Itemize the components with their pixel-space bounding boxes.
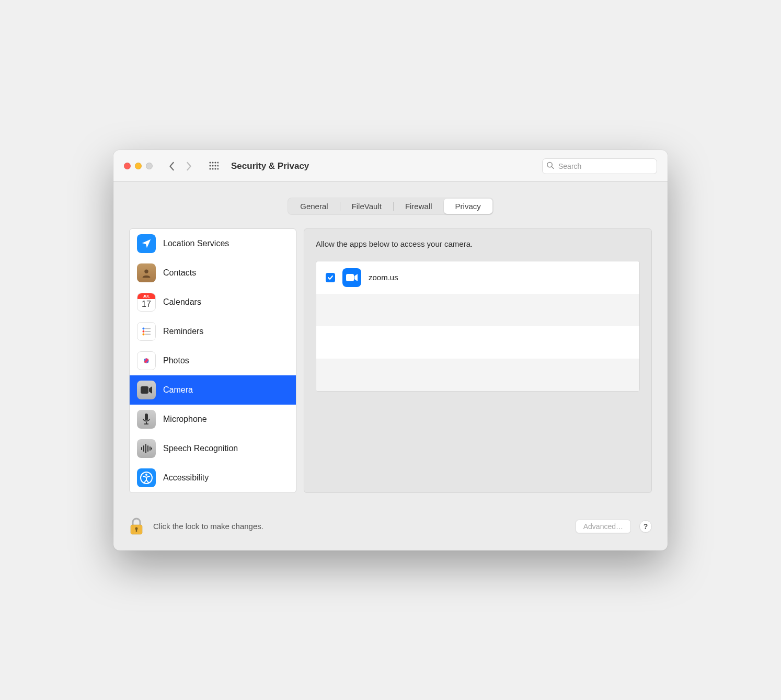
tab-firewall[interactable]: Firewall: [394, 199, 444, 214]
lock-label: Click the lock to make changes.: [153, 522, 263, 531]
tab-privacy[interactable]: Privacy: [444, 199, 492, 214]
svg-point-19: [142, 333, 144, 335]
minimize-window-button[interactable]: [135, 163, 142, 169]
reminders-icon: [137, 322, 156, 341]
sidebar-item-speech-recognition[interactable]: Speech Recognition: [130, 434, 296, 463]
footer: Click the lock to make changes. Advanced…: [113, 506, 668, 550]
sidebar-item-reminders[interactable]: Reminders: [130, 317, 296, 346]
sidebar-item-microphone[interactable]: Microphone: [130, 405, 296, 434]
sidebar-item-camera[interactable]: Camera: [130, 375, 296, 405]
sidebar-item-label: Contacts: [163, 268, 196, 278]
svg-point-10: [214, 168, 216, 169]
zoom-window-button[interactable]: [146, 163, 153, 169]
privacy-sidebar[interactable]: Location Services Contacts JUL 17 Calend…: [129, 228, 296, 493]
calendar-icon: JUL 17: [137, 293, 156, 312]
sidebar-item-location-services[interactable]: Location Services: [130, 229, 296, 258]
back-button[interactable]: [164, 159, 180, 174]
photos-icon: [137, 351, 156, 370]
sidebar-item-contacts[interactable]: Contacts: [130, 258, 296, 288]
zoom-icon: [342, 268, 361, 287]
sidebar-item-label: Location Services: [163, 239, 229, 248]
app-name: zoom.us: [369, 273, 398, 282]
camera-icon: [137, 381, 156, 399]
search-input[interactable]: [542, 158, 657, 174]
nav-buttons: [164, 159, 197, 174]
accessibility-icon: [137, 468, 156, 487]
segmented-control: General FileVault Firewall Privacy: [288, 198, 493, 215]
svg-point-40: [145, 474, 147, 476]
calendar-day: 17: [142, 300, 151, 309]
search-box: [542, 158, 657, 174]
svg-point-11: [217, 168, 219, 169]
svg-rect-29: [141, 386, 148, 394]
svg-rect-41: [346, 274, 354, 281]
titlebar: Security & Privacy: [113, 150, 668, 182]
svg-point-8: [209, 168, 211, 169]
speech-icon: [137, 439, 156, 458]
microphone-icon: [137, 410, 156, 429]
svg-rect-30: [145, 414, 148, 420]
svg-point-2: [214, 162, 216, 163]
body: Location Services Contacts JUL 17 Calend…: [113, 220, 668, 506]
contacts-icon: [137, 263, 156, 282]
sidebar-item-label: Reminders: [163, 327, 203, 336]
sidebar-item-calendars[interactable]: JUL 17 Calendars: [130, 288, 296, 317]
svg-point-3: [217, 162, 219, 163]
app-row-empty: [316, 359, 639, 391]
svg-point-4: [209, 165, 211, 166]
svg-point-7: [217, 165, 219, 166]
svg-point-17: [142, 330, 144, 332]
svg-point-14: [144, 269, 148, 273]
content-header: Allow the apps below to access your came…: [316, 239, 640, 248]
help-button[interactable]: ?: [639, 520, 652, 533]
tab-filevault[interactable]: FileVault: [340, 199, 393, 214]
page-title: Security & Privacy: [231, 161, 309, 171]
app-row-empty: [316, 326, 639, 359]
sidebar-item-label: Speech Recognition: [163, 444, 238, 453]
content-pane: Allow the apps below to access your came…: [304, 228, 652, 493]
app-row-empty: [316, 294, 639, 326]
sidebar-item-label: Camera: [163, 385, 193, 395]
svg-line-13: [552, 166, 554, 168]
app-checkbox[interactable]: [326, 273, 335, 282]
svg-point-6: [214, 165, 216, 166]
advanced-button[interactable]: Advanced…: [576, 520, 631, 533]
svg-point-5: [212, 165, 213, 166]
show-all-button[interactable]: [206, 159, 222, 174]
forward-button[interactable]: [181, 159, 197, 174]
sidebar-item-label: Photos: [163, 356, 189, 365]
app-list[interactable]: zoom.us: [316, 261, 640, 392]
lock-icon[interactable]: [129, 517, 145, 536]
close-window-button[interactable]: [124, 163, 131, 169]
location-icon: [137, 234, 156, 253]
svg-point-1: [212, 162, 213, 163]
sidebar-item-label: Accessibility: [163, 473, 209, 483]
preferences-window: Security & Privacy General FileVault Fir…: [113, 150, 668, 550]
calendar-month: JUL: [137, 293, 155, 299]
search-icon: [546, 161, 554, 171]
svg-point-9: [212, 168, 213, 169]
sidebar-item-label: Microphone: [163, 415, 207, 424]
svg-point-0: [209, 162, 211, 163]
svg-point-15: [142, 327, 144, 329]
sidebar-item-photos[interactable]: Photos: [130, 346, 296, 375]
sidebar-item-label: Calendars: [163, 297, 201, 307]
traffic-lights: [124, 163, 153, 169]
tab-general[interactable]: General: [289, 199, 339, 214]
svg-rect-51: [136, 529, 137, 532]
app-row[interactable]: zoom.us: [316, 261, 639, 294]
sidebar-item-accessibility[interactable]: Accessibility: [130, 463, 296, 492]
tabs-row: General FileVault Firewall Privacy: [113, 182, 668, 220]
